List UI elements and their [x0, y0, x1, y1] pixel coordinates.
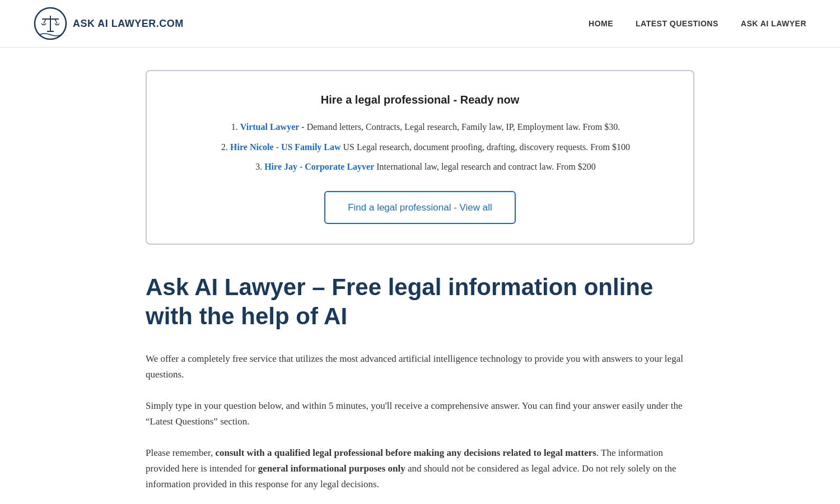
intro-paragraph: We offer a completely free service that …: [146, 351, 694, 382]
svg-line-4: [55, 19, 57, 24]
disclaimer-bold-2: general informational purposes only: [258, 463, 405, 474]
lawyer-link-0[interactable]: Virtual Lawyer: [240, 122, 300, 132]
site-name-text: ASK AI LAWYER.COM: [73, 16, 184, 32]
list-item: Hire Nicole - US Family Law US Legal res…: [186, 140, 665, 155]
list-item: Hire Jay - Corporate Layver Internationa…: [186, 160, 665, 174]
nav-home[interactable]: HOME: [589, 17, 613, 30]
disclaimer-bold-1: consult with a qualified legal professio…: [215, 447, 596, 458]
lawyer-desc-0: - Demand letters, Contracts, Legal resea…: [301, 122, 620, 132]
page-main-heading: Ask AI Lawyer – Free legal information o…: [146, 273, 694, 332]
logo-area: ASK AI LAWYER.COM: [34, 7, 184, 40]
logo-icon: [34, 7, 67, 40]
list-item: Virtual Lawyer - Demand letters, Contrac…: [186, 120, 665, 134]
svg-line-3: [44, 19, 46, 24]
find-legal-professional-button[interactable]: Find a legal professional - View all: [324, 191, 516, 224]
lawyer-list: Virtual Lawyer - Demand letters, Contrac…: [175, 120, 665, 174]
how-it-works-paragraph: Simply type in your question below, and …: [146, 398, 694, 430]
main-content: Hire a legal professional - Ready now Vi…: [112, 48, 728, 504]
disclaimer-text-before: Please remember,: [146, 447, 215, 458]
site-header: ASK AI LAWYER.COM HOME LATEST QUESTIONS …: [0, 0, 840, 48]
hire-box: Hire a legal professional - Ready now Vi…: [146, 70, 694, 245]
lawyer-desc-1: US Legal research, document proofing, dr…: [343, 142, 630, 152]
main-nav: HOME LATEST QUESTIONS ASK AI LAWYER: [589, 17, 806, 30]
lawyer-link-1[interactable]: Hire Nicole - US Family Law: [230, 142, 340, 152]
nav-ask-ai-lawyer[interactable]: ASK AI LAWYER: [741, 17, 806, 30]
lawyer-link-2[interactable]: Hire Jay - Corporate Layver: [264, 162, 374, 171]
nav-latest-questions[interactable]: LATEST QUESTIONS: [636, 17, 718, 30]
hire-box-title: Hire a legal professional - Ready now: [175, 91, 665, 109]
disclaimer-paragraph: Please remember, consult with a qualifie…: [146, 445, 694, 492]
lawyer-desc-2: International law, legal research and co…: [376, 162, 596, 171]
find-btn-wrapper: Find a legal professional - View all: [175, 191, 665, 224]
